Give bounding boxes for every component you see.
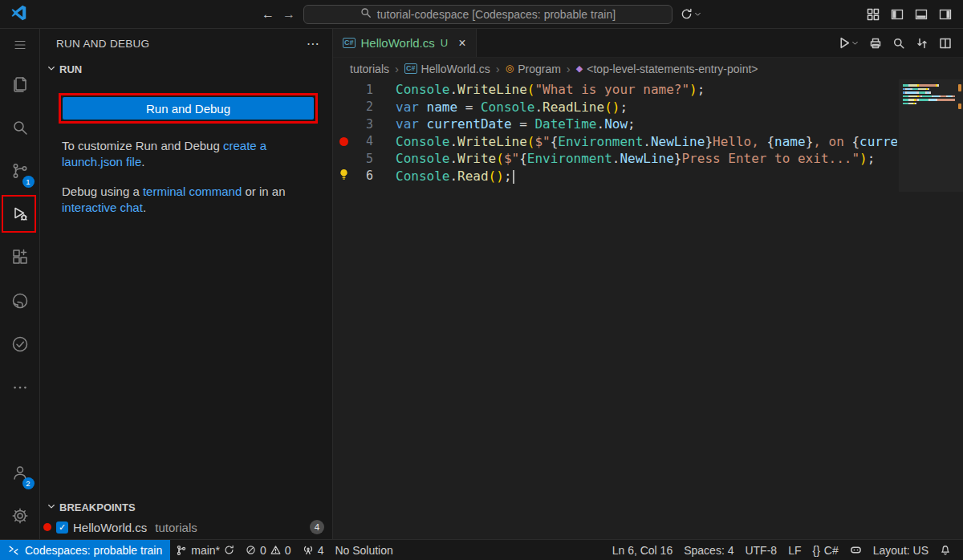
debug-hint-text: Debug using a terminal command or in an … [62, 184, 320, 215]
notifications-button[interactable] [934, 540, 957, 560]
breakpoint-checkbox[interactable]: ✓ [56, 521, 68, 534]
overview-modified-mark [958, 84, 961, 91]
run-and-debug-button[interactable]: Run and Debug [63, 97, 314, 120]
breakpoint-list-item[interactable]: ✓ HelloWorld.cs tutorials 4 [43, 518, 324, 536]
sidebar-link[interactable]: terminal command [143, 185, 242, 198]
breadcrumb-item[interactable]: C#HelloWorld.cs [404, 63, 490, 75]
code-line[interactable]: 5Console.Write($"{Environment.NewLine}Pr… [333, 150, 963, 168]
sidebar-item-source-control[interactable]: 1 [0, 151, 40, 194]
solution-status[interactable]: No Solution [329, 540, 398, 560]
code-text[interactable]: Console.Write($"{Environment.NewLine}Pre… [396, 151, 897, 166]
language-status[interactable]: {} C# [807, 540, 843, 560]
customize-layout-button[interactable] [867, 8, 880, 21]
cursor-position-status[interactable]: Ln 6, Col 16 [607, 540, 679, 560]
breakpoint-gutter[interactable] [333, 168, 354, 184]
code-line[interactable]: 3var currentDate = DateTime.Now; [333, 116, 963, 133]
sidebar-item-search[interactable] [0, 108, 40, 151]
tab-close-button[interactable]: × [458, 36, 465, 51]
toggle-sidebar-button[interactable] [891, 8, 904, 21]
command-center-search[interactable]: tutorial-codespace [Codespaces: probable… [303, 5, 672, 24]
sidebar-item-checks[interactable] [0, 324, 40, 367]
sidebar-item-run-debug[interactable] [0, 194, 40, 237]
chevron-down-icon [47, 501, 56, 513]
breakpoints-section-label: BREAKPOINTS [59, 501, 136, 513]
sidebar-item-github[interactable] [0, 281, 40, 324]
panel-more-button[interactable]: ⋯ [307, 36, 319, 51]
run-section-header[interactable]: RUN [40, 58, 332, 80]
ports-count: 4 [318, 544, 324, 557]
breadcrumb-separator-icon: › [567, 62, 571, 75]
code-line[interactable]: 4Console.WriteLine($"{Environment.NewLin… [333, 133, 963, 151]
breadcrumb-item[interactable]: ◎Program [506, 63, 561, 75]
code-editor[interactable]: 1Console.WriteLine("What is your name?")… [333, 79, 963, 539]
activity-bar: 1 2 [0, 29, 40, 539]
search-icon [360, 7, 372, 21]
run-section-label: RUN [59, 63, 82, 75]
check-circle-icon [10, 335, 30, 357]
toggle-panel-button[interactable] [915, 8, 928, 21]
split-editor-button[interactable] [939, 37, 952, 50]
more-views-button[interactable] [0, 367, 40, 411]
remote-indicator[interactable]: Codespaces: probable train [0, 540, 170, 560]
title-bar: ← → tutorial-codespace [Codespaces: prob… [0, 0, 963, 29]
ports-status[interactable]: 4 [297, 540, 330, 560]
language-label: C# [824, 544, 839, 557]
search-editor-button[interactable] [892, 37, 905, 50]
toggle-secondary-sidebar-button[interactable] [939, 8, 952, 21]
tab-label: HelloWorld.cs [361, 36, 435, 50]
line-number: 4 [354, 134, 373, 148]
code-line[interactable]: 6Console.Read(); [333, 168, 963, 185]
search-text: tutorial-codespace [Codespaces: probable… [377, 8, 616, 21]
braces-icon: {} [812, 544, 819, 557]
layout-status[interactable]: Layout: US [868, 540, 934, 560]
files-icon [10, 75, 30, 97]
compare-changes-button[interactable] [916, 37, 928, 50]
text-cursor [513, 170, 514, 184]
refresh-dropdown-button[interactable] [681, 8, 701, 20]
forward-button[interactable]: → [282, 7, 295, 22]
minimap[interactable] [899, 79, 963, 539]
code-text[interactable]: Console.WriteLine($"{Environment.NewLine… [396, 134, 897, 149]
run-or-debug-button[interactable] [838, 36, 859, 50]
problems-status[interactable]: 0 0 [240, 540, 297, 560]
accounts-button[interactable]: 2 [0, 452, 40, 496]
settings-button[interactable] [0, 496, 40, 539]
code-text[interactable]: var name = Console.ReadLine(); [396, 99, 897, 115]
breakpoint-icon[interactable] [339, 137, 348, 146]
eol-status[interactable]: LF [782, 540, 807, 560]
menu-button[interactable] [0, 29, 40, 64]
breadcrumb-item[interactable]: tutorials [350, 63, 389, 75]
remote-label: Codespaces: probable train [25, 544, 162, 557]
code-line[interactable]: 1Console.WriteLine("What is your name?")… [333, 81, 963, 99]
layout-label: Layout: US [873, 544, 928, 557]
sidebar-link[interactable]: interactive chat [62, 201, 143, 214]
scm-badge: 1 [22, 176, 35, 188]
lightbulb-icon[interactable] [338, 168, 350, 184]
code-line[interactable]: 2var name = Console.ReadLine(); [333, 99, 963, 116]
copilot-status[interactable] [844, 540, 868, 560]
encoding-status[interactable]: UTF-8 [739, 540, 782, 560]
tab-helloworld[interactable]: C# HelloWorld.cs U × [333, 29, 477, 57]
code-lines: 1Console.WriteLine("What is your name?")… [333, 81, 963, 185]
breadcrumb: tutorials›C#HelloWorld.cs›◎Program›◆<top… [333, 58, 963, 79]
code-text[interactable]: Console.WriteLine("What is your name?"); [396, 82, 897, 97]
sidebar-item-extensions[interactable] [0, 237, 40, 281]
sidebar-item-explorer[interactable] [0, 64, 40, 108]
bell-icon [940, 545, 951, 556]
breakpoint-gutter[interactable] [333, 137, 354, 146]
breadcrumb-separator-icon: › [395, 62, 399, 75]
search-icon [10, 118, 30, 140]
code-text[interactable]: Console.Read(); [396, 168, 897, 184]
vscode-logo-icon[interactable] [11, 5, 27, 24]
branch-status[interactable]: main* [170, 540, 240, 560]
error-icon [246, 545, 256, 555]
minimap-lines [903, 84, 955, 106]
panel-title: RUN AND DEBUG [56, 38, 149, 50]
breakpoints-section-header[interactable]: BREAKPOINTS [40, 496, 332, 518]
breadcrumb-item[interactable]: ◆<top-level-statements-entry-point> [576, 63, 758, 75]
print-button[interactable] [869, 37, 882, 50]
code-text[interactable]: var currentDate = DateTime.Now; [396, 116, 897, 132]
indentation-status[interactable]: Spaces: 4 [678, 540, 739, 560]
back-button[interactable]: ← [262, 7, 274, 22]
breadcrumb-separator-icon: › [496, 62, 500, 75]
